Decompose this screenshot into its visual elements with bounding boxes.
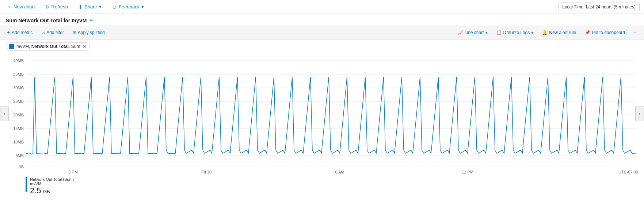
pin-dashboard-button[interactable]: 📌 Pin to dashboard xyxy=(583,29,627,36)
svg-text:Fri 10: Fri 10 xyxy=(201,170,212,174)
pin-icon: 📌 xyxy=(585,30,590,35)
chart-wrap: ‹ › 40MB 35MB 30MB 25MB 20MB 15 xyxy=(0,53,644,174)
chart-legend: Network Out Total (Sum) myVM 2.5 GB xyxy=(0,174,644,198)
svg-text:40MB: 40MB xyxy=(13,59,24,63)
svg-text:6 PM: 6 PM xyxy=(68,170,78,174)
share-icon: ⬆ xyxy=(78,4,83,10)
legend-vm: myVM xyxy=(30,182,74,186)
svg-text:25MB: 25MB xyxy=(13,99,24,104)
metric-tag-icon xyxy=(9,44,14,49)
drill-logs-icon: 📋 xyxy=(496,30,502,35)
top-toolbar: ＋ New chart ↻ Refresh ⬆ Share ▾ ☺ Feedba… xyxy=(0,0,644,14)
metric-tag-vm: myVM xyxy=(16,44,29,49)
legend-text: Network Out Total (Sum) myVM 2.5 GB xyxy=(30,177,74,195)
new-alert-button[interactable]: 🔔 New alert rule xyxy=(540,29,578,36)
metric-tag-text: myVM, Network Out Total, Sum xyxy=(16,44,80,49)
svg-text:15MB: 15MB xyxy=(13,126,24,131)
legend-value: 2.5 xyxy=(30,186,41,195)
splitting-icon: ⊞ xyxy=(73,30,76,35)
time-range-area: Local Time: Last 24 hours (5 minutes) xyxy=(558,3,640,11)
svg-text:UTC-07:00: UTC-07:00 xyxy=(618,170,638,174)
svg-text:12 PM: 12 PM xyxy=(462,170,473,174)
add-metric-label: Add metric xyxy=(12,30,33,35)
drill-logs-button[interactable]: 📋 Drill into Logs ▾ xyxy=(494,29,536,36)
filter-icon: ⊿ xyxy=(41,30,45,35)
feedback-label: Feedback xyxy=(119,4,140,10)
share-label: Share xyxy=(84,4,97,10)
chart-title: Sum Network Out Total for myVM xyxy=(6,18,87,23)
legend-color-bar xyxy=(26,177,27,192)
drill-logs-chevron-icon: ▾ xyxy=(531,30,533,35)
metric-tag-aggregation: Sum xyxy=(71,44,80,49)
apply-splitting-label: Apply splitting xyxy=(78,30,105,35)
legend-label: Network Out Total (Sum) xyxy=(30,177,74,182)
add-filter-label: Add filter xyxy=(46,30,64,35)
new-alert-label: New alert rule xyxy=(549,30,576,35)
add-metric-button[interactable]: ✦ Add metric xyxy=(4,29,35,36)
add-filter-button[interactable]: ⊿ Add filter xyxy=(39,29,66,36)
alert-icon: 🔔 xyxy=(542,30,548,35)
feedback-icon: ☺ xyxy=(112,4,117,10)
legend-unit: GB xyxy=(43,189,50,194)
share-button[interactable]: ⬆ Share ▾ xyxy=(76,3,104,11)
line-chart-label: Line chart xyxy=(465,30,484,35)
add-metric-icon: ✦ xyxy=(7,30,10,35)
line-chart-button[interactable]: 📈 Line chart ▾ xyxy=(456,29,490,36)
svg-text:5MB: 5MB xyxy=(15,153,24,158)
toolbar-left: ＋ New chart ↻ Refresh ⬆ Share ▾ ☺ Feedba… xyxy=(4,2,146,12)
more-options-button[interactable]: ··· xyxy=(632,29,640,36)
metric-tag: myVM, Network Out Total, Sum ✕ xyxy=(6,42,90,51)
right-arrow-icon: › xyxy=(639,111,640,117)
svg-rect-0 xyxy=(0,53,644,174)
refresh-icon: ↻ xyxy=(45,4,50,10)
line-chart-svg: 40MB 35MB 30MB 25MB 20MB 15MB 10MB 5MB 0… xyxy=(0,53,644,174)
svg-text:35MB: 35MB xyxy=(13,72,24,76)
more-options-label: ··· xyxy=(634,30,637,35)
line-chart-icon: 📈 xyxy=(458,30,463,35)
drill-logs-label: Drill into Logs xyxy=(503,30,530,35)
new-chart-button[interactable]: ＋ New chart xyxy=(4,2,37,12)
edit-chart-title-icon[interactable]: ✏ xyxy=(89,18,94,23)
metric-toolbar-right: 📈 Line chart ▾ 📋 Drill into Logs ▾ 🔔 New… xyxy=(456,29,640,36)
legend-value-row: 2.5 GB xyxy=(30,186,74,195)
pin-dashboard-label: Pin to dashboard xyxy=(592,30,625,35)
metric-toolbar-left: ✦ Add metric ⊿ Add filter ⊞ Apply splitt… xyxy=(4,29,107,36)
time-range-label: Local Time: Last 24 hours (5 minutes) xyxy=(562,4,636,10)
refresh-button[interactable]: ↻ Refresh xyxy=(43,3,71,11)
left-arrow-icon: ‹ xyxy=(3,111,5,117)
chart-title-area: Sum Network Out Total for myVM ✏ xyxy=(0,14,644,26)
refresh-label: Refresh xyxy=(52,4,68,10)
nav-left-arrow[interactable]: ‹ xyxy=(0,107,9,121)
svg-text:20MB: 20MB xyxy=(13,113,24,117)
new-chart-label: New chart xyxy=(14,4,35,10)
metric-tags-area: myVM, Network Out Total, Sum ✕ xyxy=(0,40,644,53)
time-range-button[interactable]: Local Time: Last 24 hours (5 minutes) xyxy=(558,3,640,11)
line-chart-chevron-icon: ▾ xyxy=(485,30,488,35)
metric-toolbar: ✦ Add metric ⊿ Add filter ⊞ Apply splitt… xyxy=(0,26,644,40)
metric-tag-metric: Network Out Total xyxy=(31,44,69,49)
svg-text:30MB: 30MB xyxy=(13,86,24,90)
svg-text:10MB: 10MB xyxy=(13,140,24,144)
svg-text:6 AM: 6 AM xyxy=(335,170,344,174)
feedback-button[interactable]: ☺ Feedback ▾ xyxy=(110,3,146,11)
share-chevron-icon: ▾ xyxy=(99,4,102,10)
feedback-chevron-icon: ▾ xyxy=(141,4,144,10)
svg-text:0B: 0B xyxy=(19,165,24,169)
nav-right-arrow[interactable]: › xyxy=(635,107,644,121)
apply-splitting-button[interactable]: ⊞ Apply splitting xyxy=(71,29,107,36)
metric-tag-close-icon[interactable]: ✕ xyxy=(82,44,87,49)
plus-icon: ＋ xyxy=(7,4,12,10)
